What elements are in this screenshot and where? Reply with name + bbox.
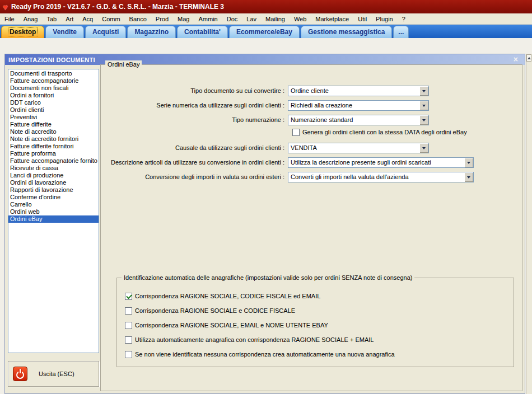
- sidebar-item[interactable]: Carrello: [8, 201, 99, 208]
- sidebar-item[interactable]: Documenti non fiscali: [8, 85, 99, 92]
- sidebar-item[interactable]: Note di accredito: [8, 128, 99, 135]
- tab-gestione-messaggistica[interactable]: Gestione messaggistica: [301, 26, 392, 38]
- sidebar-item[interactable]: Conferme d'ordine: [8, 194, 99, 201]
- document-types-list: Documenti di trasporto Fatture accompagn…: [8, 69, 99, 353]
- exit-button[interactable]: Uscita (ESC): [8, 361, 99, 387]
- menu-item-marketplace[interactable]: Marketplace: [311, 14, 353, 24]
- field-label: Tipo documento su cui convertire :: [105, 87, 288, 94]
- panel-legend: Identificazione automatica delle anagraf…: [122, 274, 414, 282]
- heart-icon: ♥: [3, 2, 8, 12]
- tab-magazzino-label: Magazzino: [134, 28, 169, 36]
- menu-item-banco[interactable]: Banco: [125, 14, 151, 24]
- tab-overflow[interactable]: ...: [393, 26, 409, 38]
- impostazioni-documenti-dialog: IMPOSTAZIONI DOCUMENTI × Documenti di tr…: [4, 54, 525, 394]
- background-scrollbar[interactable]: [526, 54, 532, 394]
- checkbox-corrispondenza-rs-cf-email[interactable]: [125, 293, 132, 300]
- combo-conversione-valuta[interactable]: Converti gli importi nella valuta dell'a…: [288, 172, 474, 182]
- sidebar-item[interactable]: DDT carico: [8, 99, 99, 106]
- checkbox-label: Utilizza automaticamente anagrafica con …: [135, 336, 374, 343]
- tab-desktop-label: Desktop: [8, 28, 37, 36]
- checkbox-stessa-data[interactable]: [292, 129, 300, 136]
- checkbox-label: Corrispondenza RAGIONE SOCIALE, CODICE F…: [135, 293, 320, 299]
- identificazione-anagrafiche-panel: Identificazione automatica delle anagraf…: [116, 278, 514, 367]
- sidebar-item[interactable]: Ordini di lavorazione: [8, 179, 99, 186]
- tab-contabilita[interactable]: Contabilita': [177, 26, 228, 38]
- chevron-down-icon[interactable]: [464, 158, 473, 167]
- dialog-titlebar[interactable]: IMPOSTAZIONI DOCUMENTI ×: [5, 54, 525, 65]
- menu-item-help[interactable]: ?: [398, 14, 410, 24]
- sidebar-item[interactable]: Lanci di produzione: [8, 172, 99, 179]
- checkbox-utilizza-anagrafica-rs-email[interactable]: [125, 336, 132, 344]
- tab-desktop[interactable]: Desktop: [1, 26, 44, 38]
- tab-bar: Desktop Vendite Acquisti Magazzino Conta…: [0, 25, 532, 38]
- scroll-up-icon[interactable]: [526, 54, 531, 62]
- exit-button-label: Uscita (ESC): [39, 370, 74, 377]
- sidebar-item[interactable]: Note di accredito fornitori: [8, 135, 99, 143]
- sidebar-item[interactable]: Preventivi: [8, 114, 99, 121]
- menu-item-mag[interactable]: Mag: [173, 14, 194, 24]
- tab-acquisti-label: Acquisti: [92, 28, 119, 36]
- menu-item-plugin[interactable]: Plugin: [371, 14, 398, 24]
- sidebar-item[interactable]: Documenti di trasporto: [8, 70, 99, 77]
- combo-causale[interactable]: VENDITA: [288, 143, 429, 153]
- tab-ecommerce-ebay[interactable]: Ecommerce/eBay: [229, 26, 300, 38]
- menu-item-web[interactable]: Web: [290, 14, 311, 24]
- menu-item-art[interactable]: Art: [61, 14, 78, 24]
- window-titlebar[interactable]: ♥ Ready Pro 2019 - V21.6.7 - G.D. & C. S…: [0, 0, 532, 13]
- sidebar-item[interactable]: Fatture proforma: [8, 150, 99, 157]
- field-label: Conversione degli importi in valuta su o…: [105, 173, 288, 180]
- menu-bar: File Anag Tab Art Acq Comm Banco Prod Ma…: [0, 13, 532, 25]
- menu-item-acq[interactable]: Acq: [78, 14, 97, 24]
- tab-ecommerce-ebay-label: Ecommerce/eBay: [236, 28, 292, 36]
- sidebar-item[interactable]: Fatture accompagnatorie fornito: [8, 157, 99, 165]
- chevron-down-icon[interactable]: [464, 172, 473, 182]
- field-label: Tipo numerazione :: [105, 116, 288, 123]
- tab-vendite[interactable]: Vendite: [45, 26, 84, 38]
- combo-serie-numerica[interactable]: Richiedi alla creazione: [288, 100, 429, 111]
- checkbox-crea-nuova-anagrafica[interactable]: [125, 351, 132, 358]
- combo-value: Numerazione standard: [288, 116, 419, 123]
- combo-value: Ordine cliente: [288, 87, 419, 94]
- chevron-down-icon[interactable]: [419, 115, 428, 125]
- menu-item-file[interactable]: File: [0, 14, 19, 24]
- menu-item-tab[interactable]: Tab: [42, 14, 61, 24]
- menu-item-mailing[interactable]: Mailing: [261, 14, 290, 24]
- checkbox-corrispondenza-rs-cf[interactable]: [125, 307, 132, 315]
- combo-descrizione-articoli[interactable]: Utilizza la descrizione presente sugli o…: [288, 157, 474, 168]
- tab-acquisti[interactable]: Acquisti: [85, 26, 126, 38]
- sidebar-item[interactable]: Fatture differite: [8, 121, 99, 128]
- dialog-close-button[interactable]: ×: [511, 55, 520, 64]
- menu-item-util[interactable]: Util: [353, 14, 371, 24]
- chevron-down-icon[interactable]: [419, 143, 428, 153]
- ordini-ebay-panel: Ordini eBay Tipo documento su cui conver…: [100, 64, 522, 391]
- combo-tipo-numerazione[interactable]: Numerazione standard: [288, 115, 429, 125]
- sidebar-item[interactable]: Ordini clienti: [8, 106, 99, 114]
- sidebar-item-ordini-ebay[interactable]: Ordini eBay: [8, 215, 99, 223]
- tab-gestione-messaggistica-label: Gestione messaggistica: [308, 28, 385, 36]
- menu-item-ammin[interactable]: Ammin: [194, 14, 222, 24]
- menu-item-doc[interactable]: Doc: [222, 14, 242, 24]
- field-label: Descrizione articoli da utilizzare su co…: [105, 159, 288, 166]
- sidebar-item[interactable]: Fatture differite fornitori: [8, 143, 99, 150]
- checkbox-corrispondenza-rs-email-utente[interactable]: [125, 322, 132, 329]
- checkbox-label: Corrispondenza RAGIONE SOCIALE, EMAIL e …: [135, 322, 328, 329]
- tab-vendite-label: Vendite: [53, 28, 77, 36]
- sidebar-item[interactable]: Fatture accompagnatorie: [8, 77, 99, 85]
- power-icon[interactable]: [13, 367, 27, 381]
- menu-item-lav[interactable]: Lav: [242, 14, 261, 24]
- menu-item-anag[interactable]: Anag: [19, 14, 43, 24]
- tab-magazzino[interactable]: Magazzino: [127, 26, 176, 38]
- sidebar-item[interactable]: Ricevute di cassa: [8, 165, 99, 172]
- menu-item-prod[interactable]: Prod: [151, 14, 173, 24]
- combo-tipo-documento[interactable]: Ordine cliente: [288, 86, 429, 96]
- chevron-down-icon[interactable]: [419, 86, 428, 96]
- sidebar-item[interactable]: Ordini web: [8, 208, 99, 215]
- sidebar-item[interactable]: Ordini a fornitori: [8, 92, 99, 99]
- menu-item-comm[interactable]: Comm: [97, 14, 124, 24]
- sidebar-item[interactable]: Rapporti di lavorazione: [8, 186, 99, 194]
- field-label: Serie numerica da utilizzare sugli ordin…: [105, 102, 288, 109]
- checkbox-label: Corrispondenza RAGIONE SOCIALE e CODICE …: [135, 307, 295, 314]
- checkbox-label: Se non viene identificata nessuna corris…: [135, 351, 395, 358]
- chevron-down-icon[interactable]: [419, 101, 428, 110]
- combo-value: VENDITA: [288, 144, 419, 151]
